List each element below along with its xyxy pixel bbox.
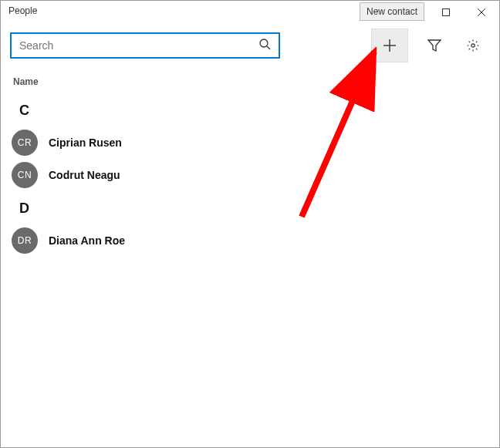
list-item[interactable]: CN Codrut Neagu [10,159,490,191]
contact-name: Codrut Neagu [49,169,120,181]
plus-icon [383,39,397,52]
avatar: CN [12,162,38,188]
search-box[interactable] [10,32,280,59]
gear-icon [466,39,480,52]
group-letter[interactable]: C [10,93,490,126]
search-input[interactable] [19,39,258,52]
contact-name: Diana Ann Roe [49,234,125,247]
maximize-button[interactable] [428,1,464,24]
contacts-list: C CR Ciprian Rusen CN Codrut Neagu D DR … [1,93,499,257]
column-header-name: Name [1,66,499,93]
close-icon [478,8,485,16]
list-item[interactable]: DR Diana Ann Roe [10,224,490,257]
svg-point-4 [260,39,268,47]
maximize-icon [442,8,450,16]
new-contact-button[interactable] [371,29,408,62]
svg-rect-1 [443,9,450,16]
settings-button[interactable] [461,33,485,58]
contact-name: Ciprian Rusen [49,136,122,149]
svg-line-5 [267,46,270,49]
group-letter[interactable]: D [10,191,490,224]
filter-button[interactable] [422,33,447,58]
toolbar [1,25,499,66]
search-icon[interactable] [258,38,271,53]
filter-icon [427,39,441,52]
avatar: DR [12,227,38,254]
toolbar-actions [371,29,490,62]
app-title: People [1,1,45,21]
close-button[interactable] [464,1,499,24]
list-item[interactable]: CR Ciprian Rusen [10,126,490,159]
avatar: CR [12,130,38,156]
titlebar: People [1,1,499,25]
svg-point-8 [471,44,475,47]
new-contact-tooltip: New contact [360,2,424,21]
